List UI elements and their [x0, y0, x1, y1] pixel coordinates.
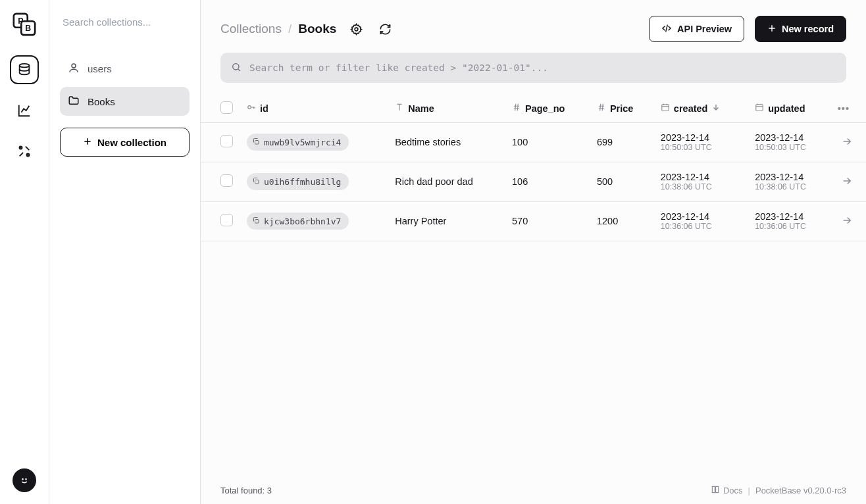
created-date: 2023-12-14	[661, 172, 742, 182]
table-row[interactable]: kjcw3bo6rbhn1v7 Harry Potter 570 1200 20…	[201, 201, 866, 241]
records-table: id Name	[201, 95, 866, 241]
hash-icon	[597, 103, 606, 114]
row-checkbox[interactable]	[220, 135, 233, 147]
svg-point-7	[22, 479, 23, 480]
created-time: 10:50:03 UTC	[661, 143, 742, 152]
search-collections-input[interactable]	[60, 8, 190, 36]
footer-divider: |	[748, 486, 750, 495]
api-preview-button[interactable]: API Preview	[649, 16, 744, 42]
page-no-value: 570	[512, 216, 528, 226]
id-value: kjcw3bo6rbhn1v7	[264, 216, 341, 226]
svg-rect-13	[662, 105, 669, 111]
new-collection-label: New collection	[97, 137, 166, 148]
table-row[interactable]: muwb9lv5wmjrci4 Bedtime stories 100 699 …	[201, 122, 866, 162]
page-no-value: 100	[512, 137, 528, 147]
sidebar-item-label: users	[88, 63, 112, 74]
column-label: Price	[610, 103, 633, 114]
new-record-button[interactable]: New record	[755, 16, 846, 42]
table-row[interactable]: u0ih6ffmhu8illg Rich dad poor dad 106 50…	[201, 162, 866, 201]
name-value: Bedtime stories	[395, 137, 461, 147]
nav-settings[interactable]	[10, 137, 39, 166]
nav-rail: P B	[0, 0, 49, 504]
column-label: id	[260, 103, 268, 114]
plus-icon	[767, 24, 777, 35]
select-all-checkbox[interactable]	[220, 101, 233, 114]
breadcrumb-root[interactable]: Collections	[220, 22, 282, 36]
filter-bar	[220, 53, 846, 83]
collections-sidebar: users Books New collection	[49, 0, 201, 504]
svg-rect-16	[255, 180, 259, 184]
column-header-name[interactable]: Name	[388, 95, 505, 122]
plus-icon	[83, 137, 92, 148]
sidebar-item-books[interactable]: Books	[60, 87, 190, 116]
column-header-page-no[interactable]: Page_no	[505, 95, 590, 122]
updated-date: 2023-12-14	[755, 132, 825, 143]
row-checkbox[interactable]	[220, 214, 233, 226]
hash-icon	[512, 103, 521, 114]
price-value: 1200	[597, 216, 618, 226]
user-avatar[interactable]	[13, 468, 36, 492]
column-header-price[interactable]: Price	[590, 95, 654, 122]
new-collection-button[interactable]: New collection	[60, 128, 190, 157]
svg-point-8	[26, 479, 26, 480]
page-no-value: 106	[512, 176, 528, 187]
svg-point-10	[355, 28, 358, 31]
column-label: Name	[408, 103, 434, 114]
svg-point-4	[20, 64, 30, 68]
open-record-button[interactable]	[841, 218, 853, 228]
book-icon	[711, 485, 720, 496]
name-value: Rich dad poor dad	[395, 176, 473, 187]
version-label: PocketBase v0.20.0-rc3	[755, 486, 846, 495]
updated-date: 2023-12-14	[755, 172, 825, 182]
text-icon	[395, 103, 404, 114]
open-record-button[interactable]	[841, 178, 853, 189]
svg-point-11	[233, 63, 239, 69]
nav-logs[interactable]	[10, 96, 39, 125]
folder-icon	[68, 95, 80, 109]
key-icon	[247, 103, 256, 114]
calendar-icon	[661, 103, 670, 114]
topbar: Collections / Books API Preview	[201, 0, 866, 53]
collection-settings-button[interactable]	[347, 20, 365, 38]
column-header-updated[interactable]: updated	[748, 95, 831, 122]
created-date: 2023-12-14	[661, 132, 742, 143]
refresh-button[interactable]	[376, 20, 394, 38]
api-preview-label: API Preview	[677, 24, 732, 34]
sort-desc-icon	[711, 103, 721, 114]
id-badge[interactable]: kjcw3bo6rbhn1v7	[247, 213, 349, 230]
sidebar-item-users[interactable]: users	[60, 54, 190, 83]
open-record-button[interactable]	[841, 139, 853, 149]
id-value: u0ih6ffmhu8illg	[264, 177, 341, 187]
total-found-value: 3	[267, 486, 272, 495]
column-header-created[interactable]: created	[654, 95, 748, 122]
column-header-id[interactable]: id	[240, 95, 388, 122]
updated-time: 10:38:06 UTC	[755, 182, 825, 191]
docs-link[interactable]: Docs	[711, 485, 743, 496]
row-checkbox[interactable]	[220, 174, 233, 187]
columns-more-button[interactable]: •••	[838, 103, 850, 114]
svg-point-9	[72, 64, 76, 68]
created-time: 10:38:06 UTC	[661, 182, 742, 191]
copy-icon	[252, 138, 260, 147]
filter-input[interactable]	[249, 63, 836, 73]
id-badge[interactable]: u0ih6ffmhu8illg	[247, 173, 349, 190]
price-value: 500	[597, 176, 613, 187]
breadcrumb: Collections / Books	[220, 22, 336, 36]
svg-rect-14	[756, 105, 763, 111]
id-value: muwb9lv5wmjrci4	[264, 138, 341, 147]
column-label: Page_no	[525, 103, 565, 114]
footer: Total found: 3 Docs | PocketBase v0.20.0…	[201, 476, 866, 504]
search-icon	[231, 62, 242, 74]
id-badge[interactable]: muwb9lv5wmjrci4	[247, 134, 349, 151]
updated-date: 2023-12-14	[755, 211, 825, 222]
sidebar-item-label: Books	[88, 96, 115, 107]
breadcrumb-separator: /	[288, 22, 292, 36]
nav-collections[interactable]	[10, 55, 39, 84]
calendar-icon	[755, 103, 764, 114]
updated-time: 10:36:06 UTC	[755, 222, 825, 231]
total-found-label: Total found:	[220, 486, 265, 495]
user-icon	[68, 62, 80, 76]
new-record-label: New record	[782, 24, 834, 34]
svg-rect-15	[255, 140, 259, 144]
main-panel: Collections / Books API Preview	[201, 0, 866, 504]
